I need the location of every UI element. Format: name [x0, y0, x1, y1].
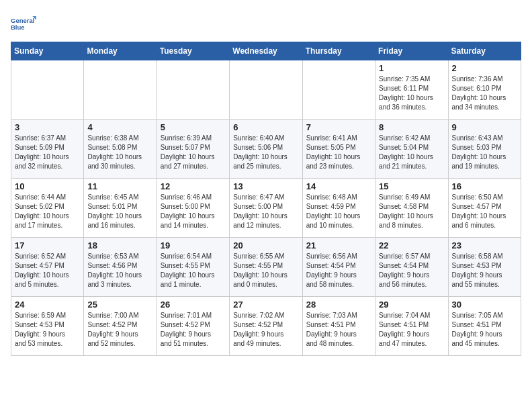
- calendar-cell: 3Sunrise: 6:37 AM Sunset: 5:09 PM Daylig…: [11, 120, 84, 179]
- day-info: Sunrise: 6:38 AM Sunset: 5:08 PM Dayligh…: [87, 134, 152, 171]
- day-number: 24: [15, 300, 80, 310]
- day-info: Sunrise: 6:46 AM Sunset: 5:00 PM Dayligh…: [161, 193, 226, 230]
- day-info: Sunrise: 6:52 AM Sunset: 4:57 PM Dayligh…: [15, 252, 80, 289]
- day-number: 1: [379, 63, 444, 73]
- calendar-cell: 1Sunrise: 7:35 AM Sunset: 6:11 PM Daylig…: [375, 60, 448, 120]
- day-info: Sunrise: 6:39 AM Sunset: 5:07 PM Dayligh…: [161, 134, 226, 171]
- day-info: Sunrise: 7:04 AM Sunset: 4:51 PM Dayligh…: [379, 311, 444, 349]
- day-info: Sunrise: 6:56 AM Sunset: 4:54 PM Dayligh…: [306, 252, 371, 289]
- svg-text:General: General: [11, 17, 34, 24]
- day-info: Sunrise: 7:35 AM Sunset: 6:11 PM Dayligh…: [379, 75, 444, 112]
- calendar-cell: 16Sunrise: 6:50 AM Sunset: 4:57 PM Dayli…: [448, 179, 521, 238]
- day-info: Sunrise: 6:41 AM Sunset: 5:05 PM Dayligh…: [306, 134, 371, 171]
- day-number: 2: [452, 63, 517, 73]
- day-number: 16: [452, 181, 517, 191]
- calendar-cell: 23Sunrise: 6:58 AM Sunset: 4:53 PM Dayli…: [448, 238, 521, 297]
- weekday-header: Monday: [84, 42, 157, 60]
- calendar-cell: 20Sunrise: 6:55 AM Sunset: 4:55 PM Dayli…: [230, 238, 302, 297]
- calendar-cell: 19Sunrise: 6:54 AM Sunset: 4:55 PM Dayli…: [157, 238, 229, 297]
- calendar-week-row: 24Sunrise: 6:59 AM Sunset: 4:53 PM Dayli…: [11, 297, 521, 356]
- day-info: Sunrise: 6:48 AM Sunset: 4:59 PM Dayligh…: [306, 193, 371, 230]
- day-info: Sunrise: 7:00 AM Sunset: 4:52 PM Dayligh…: [87, 311, 152, 349]
- calendar-cell: 14Sunrise: 6:48 AM Sunset: 4:59 PM Dayli…: [302, 179, 375, 238]
- day-number: 22: [379, 240, 444, 250]
- calendar-cell: 30Sunrise: 7:05 AM Sunset: 4:51 PM Dayli…: [448, 297, 521, 356]
- calendar-cell: [11, 60, 84, 120]
- calendar-cell: 17Sunrise: 6:52 AM Sunset: 4:57 PM Dayli…: [11, 238, 84, 297]
- calendar-cell: 5Sunrise: 6:39 AM Sunset: 5:07 PM Daylig…: [157, 120, 229, 179]
- calendar-cell: 29Sunrise: 7:04 AM Sunset: 4:51 PM Dayli…: [375, 297, 448, 356]
- calendar-cell: 26Sunrise: 7:01 AM Sunset: 4:52 PM Dayli…: [157, 297, 229, 356]
- calendar-cell: 11Sunrise: 6:45 AM Sunset: 5:01 PM Dayli…: [84, 179, 157, 238]
- day-number: 18: [87, 240, 152, 250]
- day-number: 6: [233, 122, 298, 132]
- day-number: 30: [452, 300, 517, 310]
- day-info: Sunrise: 6:55 AM Sunset: 4:55 PM Dayligh…: [233, 252, 298, 289]
- calendar-cell: [84, 60, 157, 120]
- weekday-header: Saturday: [448, 42, 521, 60]
- logo-svg: General Blue: [11, 11, 36, 36]
- weekday-header: Sunday: [11, 42, 84, 60]
- day-info: Sunrise: 6:43 AM Sunset: 5:03 PM Dayligh…: [452, 134, 517, 171]
- logo[interactable]: General Blue: [11, 11, 36, 36]
- calendar-cell: 9Sunrise: 6:43 AM Sunset: 5:03 PM Daylig…: [448, 120, 521, 179]
- calendar-cell: 28Sunrise: 7:03 AM Sunset: 4:51 PM Dayli…: [302, 297, 375, 356]
- day-info: Sunrise: 7:01 AM Sunset: 4:52 PM Dayligh…: [161, 311, 226, 349]
- weekday-header: Thursday: [302, 42, 375, 60]
- day-number: 12: [161, 181, 226, 191]
- day-number: 25: [87, 300, 152, 310]
- day-number: 9: [452, 122, 517, 132]
- day-number: 20: [233, 240, 298, 250]
- calendar-cell: 6Sunrise: 6:40 AM Sunset: 5:06 PM Daylig…: [230, 120, 302, 179]
- day-number: 17: [15, 240, 80, 250]
- calendar-week-row: 10Sunrise: 6:44 AM Sunset: 5:02 PM Dayli…: [11, 179, 521, 238]
- day-number: 28: [306, 300, 371, 310]
- day-info: Sunrise: 6:37 AM Sunset: 5:09 PM Dayligh…: [15, 134, 80, 171]
- page-header: General Blue: [11, 11, 521, 36]
- day-info: Sunrise: 6:58 AM Sunset: 4:53 PM Dayligh…: [452, 252, 517, 289]
- day-number: 26: [161, 300, 226, 310]
- day-number: 23: [452, 240, 517, 250]
- day-number: 15: [379, 181, 444, 191]
- day-number: 5: [161, 122, 226, 132]
- calendar-cell: 25Sunrise: 7:00 AM Sunset: 4:52 PM Dayli…: [84, 297, 157, 356]
- calendar-cell: 18Sunrise: 6:53 AM Sunset: 4:56 PM Dayli…: [84, 238, 157, 297]
- day-number: 10: [15, 181, 80, 191]
- day-info: Sunrise: 6:57 AM Sunset: 4:54 PM Dayligh…: [379, 252, 444, 289]
- calendar-cell: 24Sunrise: 6:59 AM Sunset: 4:53 PM Dayli…: [11, 297, 84, 356]
- day-info: Sunrise: 6:53 AM Sunset: 4:56 PM Dayligh…: [87, 252, 152, 289]
- day-info: Sunrise: 6:45 AM Sunset: 5:01 PM Dayligh…: [87, 193, 152, 230]
- calendar-cell: 4Sunrise: 6:38 AM Sunset: 5:08 PM Daylig…: [84, 120, 157, 179]
- day-number: 13: [233, 181, 298, 191]
- day-number: 8: [379, 122, 444, 132]
- calendar-week-row: 1Sunrise: 7:35 AM Sunset: 6:11 PM Daylig…: [11, 60, 521, 120]
- calendar-body: 1Sunrise: 7:35 AM Sunset: 6:11 PM Daylig…: [11, 60, 521, 356]
- calendar-cell: 15Sunrise: 6:49 AM Sunset: 4:58 PM Dayli…: [375, 179, 448, 238]
- day-info: Sunrise: 7:02 AM Sunset: 4:52 PM Dayligh…: [233, 311, 298, 349]
- calendar-cell: 2Sunrise: 7:36 AM Sunset: 6:10 PM Daylig…: [448, 60, 521, 120]
- calendar-cell: 22Sunrise: 6:57 AM Sunset: 4:54 PM Dayli…: [375, 238, 448, 297]
- day-info: Sunrise: 6:47 AM Sunset: 5:00 PM Dayligh…: [233, 193, 298, 230]
- calendar-cell: 7Sunrise: 6:41 AM Sunset: 5:05 PM Daylig…: [302, 120, 375, 179]
- weekday-header: Friday: [375, 42, 448, 60]
- day-info: Sunrise: 7:03 AM Sunset: 4:51 PM Dayligh…: [306, 311, 371, 349]
- calendar-cell: [302, 60, 375, 120]
- day-number: 29: [379, 300, 444, 310]
- calendar-cell: 10Sunrise: 6:44 AM Sunset: 5:02 PM Dayli…: [11, 179, 84, 238]
- day-number: 21: [306, 240, 371, 250]
- day-info: Sunrise: 6:54 AM Sunset: 4:55 PM Dayligh…: [161, 252, 226, 289]
- weekday-header: Tuesday: [157, 42, 229, 60]
- calendar-cell: 21Sunrise: 6:56 AM Sunset: 4:54 PM Dayli…: [302, 238, 375, 297]
- day-info: Sunrise: 6:44 AM Sunset: 5:02 PM Dayligh…: [15, 193, 80, 230]
- calendar-cell: 13Sunrise: 6:47 AM Sunset: 5:00 PM Dayli…: [230, 179, 302, 238]
- day-number: 3: [15, 122, 80, 132]
- svg-text:Blue: Blue: [11, 24, 25, 31]
- day-info: Sunrise: 7:36 AM Sunset: 6:10 PM Dayligh…: [452, 75, 517, 112]
- calendar-cell: [230, 60, 302, 120]
- day-number: 27: [233, 300, 298, 310]
- weekday-header: Wednesday: [230, 42, 302, 60]
- day-number: 14: [306, 181, 371, 191]
- day-info: Sunrise: 6:40 AM Sunset: 5:06 PM Dayligh…: [233, 134, 298, 171]
- calendar-cell: 12Sunrise: 6:46 AM Sunset: 5:00 PM Dayli…: [157, 179, 229, 238]
- calendar-cell: [157, 60, 229, 120]
